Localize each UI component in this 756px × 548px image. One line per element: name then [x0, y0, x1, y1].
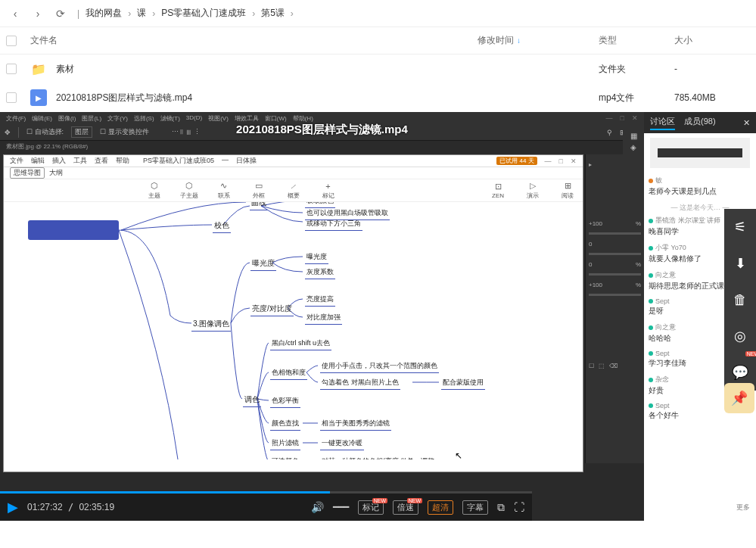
breadcrumb-item[interactable]: 课: [137, 7, 146, 20]
breadcrumb-item[interactable]: PS零基础入门速成班: [161, 7, 246, 20]
ps-panel-icons: ▦◈: [623, 129, 644, 154]
video-file-icon: ▶: [30, 89, 47, 106]
maximize-icon: □: [559, 157, 563, 165]
mm-node: 亮度/对比度: [250, 304, 294, 316]
nav-forward-icon[interactable]: ›: [29, 5, 47, 23]
mm-view-tabs: 思维导图 大纲: [4, 167, 583, 179]
top-bar: ‹ › ⟳ | 我的网盘› 课› PS零基础入门速成班› 第5课›: [0, 0, 756, 27]
folder-icon: 📁: [30, 61, 47, 77]
ps-document-tabs: 素材图.jpg @ 22.1% (RGB/8#): [0, 141, 644, 154]
ps-menu-item: 3D(D): [186, 114, 202, 123]
volume-slider[interactable]: ━━━: [333, 502, 349, 512]
ps-menu-item: 文字(Y): [107, 114, 128, 123]
mm-node: 亮度提高: [305, 294, 335, 307]
mm-top-menu: 文件编辑插入 工具查看帮助 PS零基础入门速成班05—日体操 已试用 44 天 …: [4, 155, 583, 167]
mm-node: 可选颜色: [270, 456, 300, 459]
pin-icon[interactable]: 📌: [724, 383, 754, 413]
breadcrumb: | 我的网盘› 课› PS零基础入门速成班› 第5课›: [74, 7, 297, 20]
mm-node: 曲线: [250, 202, 268, 210]
select-all-checkbox[interactable]: [6, 36, 17, 46]
file-name: 素材: [53, 63, 478, 76]
file-type: 文件夹: [599, 63, 674, 76]
video-time-display: 01:27:32 / 02:35:19: [27, 502, 114, 512]
mm-node: 4.人像精修: [191, 459, 231, 459]
download-icon[interactable]: ⬇: [724, 245, 756, 282]
view-icon[interactable]: ◎: [724, 318, 756, 354]
chat-header: 讨论区 成员(98) ✕: [644, 112, 756, 133]
video-main[interactable]: 文件(F) 编辑(E) 图像(I) 图层(L) 文字(Y) 选择(S) 滤镜(T…: [0, 112, 644, 521]
mm-node: 校色: [213, 220, 231, 233]
mm-view-mindmap: 思维导图: [10, 167, 45, 179]
mm-node: 一键更改冷暖: [320, 438, 364, 450]
chat-preview-thumb: [650, 138, 750, 168]
sort-desc-icon: ↓: [517, 36, 521, 45]
mm-node: 曝光度: [250, 258, 276, 271]
chat-tab-members[interactable]: 成员(98): [684, 116, 716, 130]
breadcrumb-item[interactable]: 我的网盘: [86, 7, 122, 20]
mark-button[interactable]: 标记NEW: [358, 500, 384, 515]
file-row[interactable]: ▶ 20210818PS图层样式与滤镜.mp4 mp4文件 785.40MB: [0, 83, 756, 112]
speed-button[interactable]: 倍速NEW: [393, 500, 418, 515]
file-type: mp4文件: [599, 92, 674, 104]
play-button[interactable]: ▶: [8, 499, 18, 515]
file-row[interactable]: 📁 素材 文件夹 -: [0, 54, 756, 83]
mindmap-canvas: 曲线 校色 吸取颜色 也可以使用黑白场吸管吸取 或移动下方小三角 3.图像调色 …: [4, 202, 583, 459]
side-action-strip: ⚟ ⬇ 🗑 ◎ 💬NEW 📌: [724, 209, 756, 391]
file-column-headers: 文件名 修改时间↓ 类型 大小: [0, 27, 756, 54]
ps-menu-item: 编辑(E): [32, 114, 52, 123]
chat-sidebar: 讨论区 成员(98) ✕ 敏老师今天课是到几点 — 这是老今天… — 墨镜浩 米…: [644, 112, 756, 521]
col-name-header[interactable]: 文件名: [27, 34, 478, 47]
ps-menu-item: 滤镜(T): [160, 114, 180, 123]
col-size-header[interactable]: 大小: [674, 34, 750, 47]
mm-node: 3.图像调色: [191, 319, 231, 332]
subtitle-button[interactable]: 字幕: [462, 500, 488, 515]
ps-menu-item: 文件(F): [6, 114, 26, 123]
ps-menu-bar: 文件(F) 编辑(E) 图像(I) 图层(L) 文字(Y) 选择(S) 滤镜(T…: [0, 112, 644, 124]
ps-menu-item: 增效工具: [235, 114, 259, 123]
mindmap-root-node: [28, 220, 119, 240]
share-icon[interactable]: ⚟: [724, 209, 756, 245]
mm-node: 色相饱和度: [270, 368, 307, 380]
chat-close-icon[interactable]: ✕: [743, 118, 750, 128]
quality-button[interactable]: 超清: [428, 500, 453, 515]
mm-view-outline: 大纲: [49, 168, 63, 178]
breadcrumb-item[interactable]: 第5课: [261, 7, 285, 20]
mm-node: 颜色查找: [270, 419, 300, 431]
mm-node: 调色: [243, 394, 261, 407]
row-checkbox[interactable]: [6, 92, 17, 103]
mm-node: 照片滤镜: [270, 438, 300, 450]
nav-back-icon[interactable]: ‹: [6, 5, 24, 23]
video-player-area: 文件(F) 编辑(E) 图像(I) 图层(L) 文字(Y) 选择(S) 滤镜(T…: [0, 112, 756, 521]
ps-tool-options: ✥ ☐ 自动选择: 图层 ☐ 显示变换控件 ⋯ ⫴ ⫼ ⋮ ⚲ ⊞ ⇪: [0, 124, 644, 141]
nav-refresh-icon[interactable]: ⟳: [51, 5, 70, 23]
ps-menu-item: 图层(L): [82, 114, 101, 123]
col-mtime-header[interactable]: 修改时间↓: [478, 34, 599, 47]
volume-icon[interactable]: 🔊: [311, 501, 324, 513]
delete-icon[interactable]: 🗑: [724, 282, 756, 318]
pip-icon[interactable]: ⧉: [497, 501, 505, 514]
mm-node: 黑白/ctrl shift u去色: [270, 338, 331, 350]
chat-footer: 更多: [644, 494, 756, 521]
mm-node: 吸取颜色: [305, 202, 335, 208]
ps-menu-item: 视图(V): [208, 114, 229, 123]
ps-menu-item: 图像(I): [58, 114, 76, 123]
mm-node: 或移动下方小三角: [305, 219, 362, 231]
file-size: -: [674, 64, 750, 74]
fullscreen-icon[interactable]: ⛶: [514, 501, 524, 513]
mm-node: 曝光度: [305, 252, 328, 264]
file-name: 20210818PS图层样式与滤镜.mp4: [53, 92, 478, 104]
video-player-controls: ▶ 01:27:32 / 02:35:19 🔊 ━━━ 标记NEW 倍速NEW …: [0, 494, 532, 521]
mm-node: 对比度加强: [305, 313, 342, 325]
mm-node: 色彩平衡: [270, 396, 300, 408]
search-icon: ⚲: [607, 129, 612, 136]
mindmap-window: 文件编辑插入 工具查看帮助 PS零基础入门速成班05—日体操 已试用 44 天 …: [3, 154, 583, 472]
ps-menu-item: 窗口(W): [265, 114, 287, 123]
mm-node: 对某一种颜色的色相/亮度 做单一调整: [320, 456, 436, 459]
ps-menu-item: 帮助(H): [293, 114, 313, 123]
mm-node: 使用小手点击，只改其一个范围的颜色: [320, 361, 439, 373]
col-type-header[interactable]: 类型: [599, 34, 674, 47]
chat-tab-discuss[interactable]: 讨论区: [650, 116, 675, 130]
more-link[interactable]: 更多: [736, 503, 750, 512]
row-checkbox[interactable]: [6, 64, 17, 74]
trial-badge: 已试用 44 天: [496, 157, 537, 165]
